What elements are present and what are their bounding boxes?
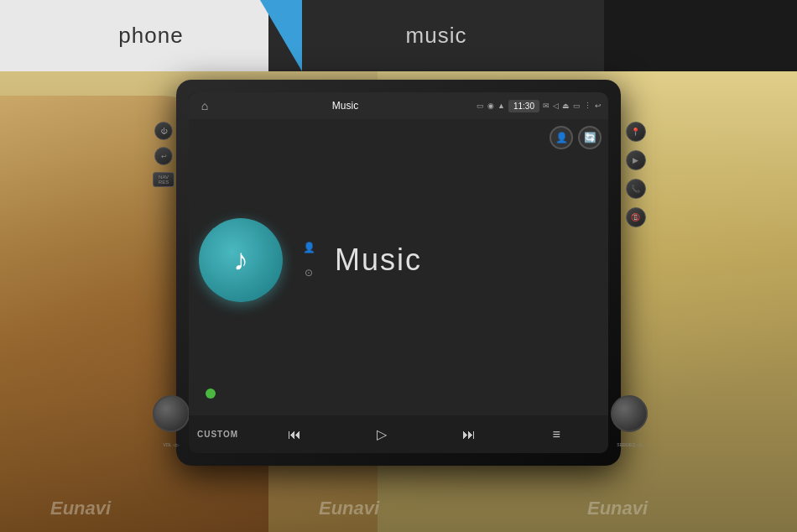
media-button[interactable]: ▶ [626, 150, 646, 170]
top-tabs: phone music [0, 0, 797, 71]
playback-controls-bar: CUSTOM ⏮ ▷ ⏭ ≡ [189, 415, 608, 453]
status-bar: ⌂ Music ▭ ◉ ▲ 11:30 ✉ ◁ ⏏ ▭ ⋮ ↩ [189, 92, 608, 119]
music-content-area: 👤 🔄 ♪ 👤 ⊙ Music [189, 119, 608, 415]
tab-phone-label: phone [118, 23, 183, 49]
menu-dots-icon: ⋮ [584, 102, 591, 110]
screen-title: Music [219, 100, 471, 112]
progress-indicator [206, 389, 216, 399]
watermark-3: Eunavi [587, 498, 648, 519]
tab-music[interactable]: music [268, 0, 604, 71]
map-button[interactable]: 📍 [626, 122, 646, 142]
car-head-unit: ⏻ ↩ NAVRES 📍 ▶ 📞 📵 VOL ◁▷ SEEK/EQ ◁▷ ⌂ M… [176, 80, 621, 466]
watermark-3-text: Eunavi [587, 498, 648, 519]
person-icon: 👤 [300, 238, 318, 257]
watermark-1-text: Eunavi [50, 498, 111, 519]
seek-knob-label: SEEK/EQ ◁▷ [602, 442, 659, 447]
music-pin-icon: ⊙ [300, 263, 318, 282]
right-buttons-group: 📍 ▶ 📞 📵 [621, 122, 650, 227]
hang-up-button[interactable]: 📵 [626, 207, 646, 227]
time-display: 11:30 [508, 100, 539, 112]
back-icon[interactable]: ↩ [595, 102, 602, 110]
user-icon-2[interactable]: 🔄 [578, 126, 602, 149]
eject-icon: ⏏ [562, 102, 570, 110]
gps-icon: ◉ [487, 102, 494, 110]
tab-phone[interactable]: phone [0, 0, 302, 71]
playlist-button[interactable]: ≡ [513, 427, 600, 442]
watermark-2-text: Eunavi [319, 498, 379, 519]
music-main-area: ♪ 👤 ⊙ Music [199, 129, 598, 382]
music-album-art[interactable]: ♪ [199, 218, 283, 302]
back-button-left[interactable]: ↩ [154, 147, 173, 165]
screen-bezel: ⌂ Music ▭ ◉ ▲ 11:30 ✉ ◁ ⏏ ▭ ⋮ ↩ [189, 92, 608, 453]
custom-label: CUSTOM [197, 430, 238, 439]
next-track-button[interactable]: ⏭ [425, 427, 513, 442]
tab-music-label: music [406, 23, 467, 49]
watermark-1: Eunavi [50, 498, 111, 519]
volume-knob[interactable] [153, 395, 190, 432]
seek-knob[interactable] [611, 395, 648, 432]
sms-icon: ✉ [543, 102, 550, 110]
status-icons-group: ▭ ◉ ▲ 11:30 ✉ ◁ ⏏ ▭ ⋮ ↩ [477, 100, 602, 112]
user-icons-group: 👤 🔄 [550, 126, 602, 149]
home-button[interactable]: ⌂ [195, 96, 214, 115]
wifi-icon: ▲ [497, 102, 505, 110]
music-text-label: Music [335, 243, 598, 278]
watermark-2: Eunavi [319, 498, 379, 519]
user-icon-1[interactable]: 👤 [550, 126, 573, 149]
vol-icon: ◁ [553, 102, 559, 110]
music-side-icons: 👤 ⊙ [300, 238, 318, 282]
screen2-icon: ▭ [573, 102, 581, 110]
phone-button-right[interactable]: 📞 [626, 179, 646, 199]
nav-res-button[interactable]: NAVRES [153, 172, 175, 187]
left-buttons-group: ⏻ ↩ NAVRES [151, 122, 176, 187]
prev-track-button[interactable]: ⏮ [251, 427, 338, 442]
android-screen: ⌂ Music ▭ ◉ ▲ 11:30 ✉ ◁ ⏏ ▭ ⋮ ↩ [189, 92, 608, 453]
play-pause-button[interactable]: ▷ [338, 426, 425, 442]
screen-icon: ▭ [477, 102, 484, 110]
tab-divider-triangle [260, 0, 302, 71]
power-button[interactable]: ⏻ [154, 122, 173, 140]
